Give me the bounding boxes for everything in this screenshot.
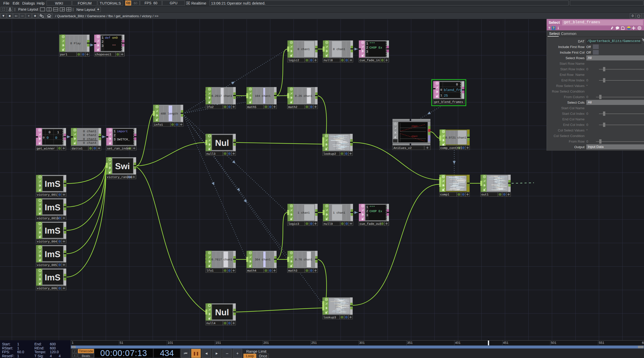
svg-text:0.9721 chan1: 0.9721 chan1	[445, 136, 466, 140]
svg-text:datto1: datto1	[72, 147, 83, 150]
svg-text:logic3: logic3	[288, 222, 299, 226]
svg-text:3: 3	[102, 44, 104, 48]
svg-text:0 chan1: 0 chan1	[298, 48, 310, 51]
svg-text:lfo1: lfo1	[206, 269, 214, 273]
svg-text:0.76 chan1: 0.76 chan1	[295, 258, 312, 261]
svg-text:3: 3	[366, 213, 368, 217]
svg-text:lfo2: lfo2	[206, 105, 214, 109]
svg-text:AniCues_v2: AniCues_v2	[393, 146, 412, 150]
svg-text:0 chan2: 0 chan2	[83, 133, 96, 137]
svg-text:0 chan4: 0 chan4	[83, 141, 96, 145]
svg-text:1: 1	[366, 42, 368, 46]
svg-text:info1: info1	[154, 123, 163, 127]
svg-text:victory_001b: victory_001b	[37, 217, 59, 220]
svg-text:0: 0	[456, 83, 458, 86]
svg-text:ImS: ImS	[45, 203, 60, 212]
svg-text:comp1: comp1	[440, 193, 449, 196]
svg-text:1: 1	[114, 129, 116, 133]
svg-text:Swi: Swi	[115, 162, 130, 171]
svg-text:math5: math5	[247, 105, 256, 109]
svg-text:math4: math4	[247, 269, 256, 273]
svg-text:chan1: chan1	[411, 125, 418, 127]
svg-text:0.2617 chan1: 0.2617 chan1	[211, 95, 232, 98]
svg-text:304 chan1: 304 chan1	[255, 258, 271, 261]
svg-text:104 chan1: 104 chan1	[255, 95, 271, 98]
svg-text:1: 1	[57, 130, 59, 134]
svg-text:1 chan1: 1 chan1	[298, 211, 310, 215]
svg-text:lookup3: lookup3	[323, 316, 336, 319]
svg-text:null3: null3	[206, 152, 216, 156]
svg-text:victory_006: victory_006	[37, 287, 57, 290]
svg-text:Nul: Nul	[215, 138, 229, 148]
svg-text:onO: onO	[110, 36, 118, 40]
svg-text:null9: null9	[324, 222, 333, 226]
svg-text:victory_random: victory_random	[107, 175, 132, 179]
svg-text:″″″: ″″″	[369, 42, 375, 46]
svg-text:get_winner: get_winner	[37, 147, 55, 150]
svg-text:3: 3	[114, 138, 116, 141]
svg-text:2: 2	[114, 133, 116, 137]
svg-text:0 Play: 0 Play	[70, 42, 81, 45]
svg-text:chopexec1: chopexec1	[95, 53, 112, 56]
svg-text:ImS: ImS	[45, 250, 60, 259]
svg-text:par1: par1	[60, 53, 68, 56]
svg-text:2: 2	[366, 209, 368, 213]
svg-text:″″: ″″	[105, 44, 116, 48]
svg-text:0.7617 chan1: 0.7617 chan1	[211, 258, 232, 261]
svg-text:comp_control: comp_control	[440, 146, 462, 150]
svg-text:1 chan1: 1 chan1	[333, 211, 345, 215]
svg-text:victory_004: victory_004	[37, 240, 57, 243]
svg-text:CHOP Ex: CHOP Ex	[369, 210, 382, 213]
svg-text:0: 0	[43, 136, 45, 140]
svg-text:blend_fra: blend_fra	[444, 88, 462, 92]
svg-text:ImS: ImS	[45, 273, 60, 282]
svg-text:cue_fade_out: cue_fade_out	[360, 222, 381, 226]
svg-text:1: 1	[440, 94, 442, 97]
svg-text:out1: out1	[481, 193, 489, 196]
svg-text:SWITCH_: SWITCH_	[117, 138, 130, 141]
svg-text:import: import	[117, 130, 128, 133]
svg-text:set_ran_index: set_ran_index	[107, 147, 131, 150]
svg-text:2: 2	[366, 46, 368, 50]
svg-text:ImS: ImS	[45, 226, 60, 236]
svg-text:ImS: ImS	[45, 179, 60, 189]
svg-text:″″″: ″″″	[369, 206, 375, 209]
svg-text:logic2: logic2	[288, 59, 299, 62]
svg-text:victory_005: victory_005	[37, 263, 57, 267]
svg-text:math2: math2	[288, 105, 297, 109]
svg-text:0 chan3: 0 chan3	[83, 138, 96, 141]
svg-text:Nul: Nul	[215, 308, 229, 317]
svg-text:0: 0	[49, 130, 51, 134]
svg-text:0: 0	[440, 88, 442, 92]
svg-text:victory_001: victory_001	[37, 193, 57, 197]
svg-text:400 length: 400 length	[160, 112, 178, 116]
svg-text:cue_fade_in: cue_fade_in	[360, 59, 380, 62]
svg-text:2: 2	[102, 40, 104, 44]
svg-text:chan1: chan1	[411, 135, 418, 138]
svg-text:0: 0	[47, 136, 49, 140]
svg-text:0: 0	[55, 136, 57, 140]
svg-text:null8: null8	[324, 59, 333, 62]
svg-text:1: 1	[366, 205, 368, 209]
svg-text:get_blend_frames: get_blend_frames	[434, 100, 463, 104]
svg-text:0 chan1: 0 chan1	[83, 130, 96, 133]
svg-text:0.26 chan1: 0.26 chan1	[295, 95, 312, 98]
svg-text:1: 1	[102, 36, 104, 40]
svg-text:0 chan1: 0 chan1	[333, 48, 345, 51]
svg-text:lookup2: lookup2	[323, 152, 336, 156]
svg-text:CHOP Ex: CHOP Ex	[369, 46, 382, 50]
svg-text:math3: math3	[288, 269, 297, 273]
svg-text:25: 25	[444, 94, 448, 98]
svg-text:3: 3	[366, 50, 368, 54]
svg-text:null4: null4	[206, 322, 216, 325]
svg-text:def: def	[105, 36, 111, 40]
